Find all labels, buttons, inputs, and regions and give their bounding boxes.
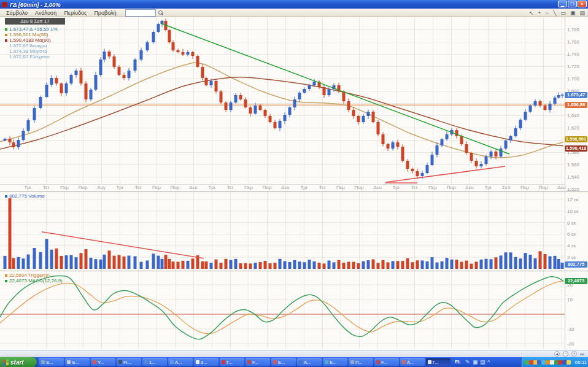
task-label: S... [72, 360, 79, 365]
menu-item-3[interactable]: Περίοδος [60, 10, 90, 16]
system-tray: 06:11 [521, 357, 588, 367]
menu-item-2[interactable]: Ανάλυση [31, 10, 60, 16]
price-legend-line: 1.674,38 Μέγιστο [9, 48, 47, 54]
date-axis-label: Δευ [185, 185, 201, 190]
taskbar-button-4[interactable]: Fi... [117, 358, 141, 366]
tray-icon-11[interactable] [567, 360, 571, 365]
taskbar-button-16-active[interactable]: Γ... [426, 358, 451, 366]
macd-axis-label: -20 [567, 341, 574, 347]
taskbar-button-13[interactable]: Π... [349, 358, 373, 366]
taskbar-button-12[interactable]: E... [323, 358, 347, 366]
volume-axis-label: 12 εκ [567, 197, 579, 203]
chart-canvas[interactable] [0, 0, 588, 367]
tray-icon-1[interactable] [525, 360, 529, 365]
prev-close-badge: 1.656,88 [565, 102, 587, 108]
tray-icon-6[interactable] [546, 360, 550, 365]
price-axis-label: 1.560 [567, 162, 579, 168]
date-axis-label: Πεμ [333, 185, 349, 190]
resize-grip-icon [580, 353, 584, 355]
legend-text: 1.590,4183 Mα(90) [9, 37, 51, 43]
document-icon[interactable]: ▤ [480, 359, 485, 365]
tray-icon-7[interactable] [550, 360, 554, 365]
task-label: Γ... [433, 360, 439, 365]
maximize-button[interactable]: ❐ [568, 1, 577, 7]
taskbar-button-7[interactable]: d... [194, 358, 219, 366]
last-price-badge: 1.673,47 [565, 92, 587, 98]
date-axis-label: Πεμ [149, 185, 164, 190]
symbol-search-input[interactable] [125, 9, 156, 17]
date-axis-label: Τετ [314, 185, 330, 190]
price-axis-label: 1.720 [567, 64, 579, 69]
ma50-badge: 1.596,501 [565, 136, 587, 142]
taskbar-button-11[interactable]: A... [297, 358, 322, 366]
date-axis-label: Πεμ [425, 185, 441, 190]
task-icon [222, 360, 225, 364]
scroll-left-button[interactable]: ◂ [554, 351, 560, 357]
taskbar-button-5[interactable]: 1... [142, 358, 167, 366]
task-label: Π... [355, 360, 363, 365]
taskbar-button-15[interactable]: A... [400, 358, 425, 366]
zoom-in-tool-icon[interactable]: + [538, 10, 541, 16]
volume-legend: 802.775 Volume [5, 193, 45, 199]
taskbar-button-9[interactable]: F... [246, 358, 270, 366]
save-icon[interactable]: ▤ [579, 10, 585, 16]
task-icon [170, 360, 174, 364]
task-label: E... [330, 360, 336, 365]
taskbar-button-10[interactable]: E... [271, 358, 296, 366]
monitor-icon[interactable]: ▣ [473, 359, 478, 365]
task-label: A... [175, 360, 182, 365]
volume-badge: 802.775 [565, 261, 587, 268]
legend-bullet-icon [5, 280, 7, 282]
chart-zoom-in-button[interactable]: + [571, 351, 577, 357]
ma90-badge: 1.590,418 [565, 145, 587, 152]
price-axis-label: 1.540 [567, 174, 579, 180]
legend-text: 802.775 Volume [9, 193, 45, 199]
taskbar-button-1[interactable]: S... [39, 358, 64, 366]
menu-items: ΣύμβολοΑνάλυσηΠερίοδοςΠροβολή [2, 10, 120, 16]
search-icon[interactable] [158, 10, 163, 15]
volume-axis-label: 10 εκ [567, 209, 579, 214]
legend-text: 22,4073 MACD(12,26,9) [9, 278, 63, 284]
macd-legend-line: 22,5604 Trigger(9) [5, 272, 50, 278]
taskbar-button-8[interactable]: Γ... [220, 358, 244, 366]
price-legend-line: 1.590,4183 Mα(90) [5, 37, 51, 43]
start-label: start [10, 359, 24, 366]
close-button[interactable]: ✕ [578, 1, 587, 7]
price-axis-label: 1.640 [567, 113, 579, 118]
toolbar: ↖+−╲▭▣▤ [529, 9, 585, 17]
pencil-icon[interactable]: ✎ [465, 359, 470, 365]
taskbar-clock[interactable]: 06:11 [575, 360, 587, 365]
pointer-tool-icon[interactable]: ↖ [529, 10, 534, 16]
chart-zoom-out-button[interactable]: − [563, 351, 568, 357]
task-icon [67, 360, 71, 364]
date-axis-label: Τετ [222, 185, 238, 190]
taskbar-button-6[interactable]: A... [168, 358, 193, 366]
taskbar-button-3[interactable]: Y... [91, 358, 115, 366]
tray-icon-2[interactable] [529, 360, 533, 365]
hidden-icons-chevron[interactable]: ^ [487, 359, 490, 365]
date-axis-label: Δευ [369, 185, 385, 190]
taskbar-button-2[interactable]: S... [65, 358, 90, 366]
task-icon [93, 360, 96, 364]
task-icon [144, 360, 148, 364]
windows-flag-icon [3, 359, 9, 365]
horizontal-scrollbar[interactable]: ◂−+ [0, 350, 588, 357]
minimize-button[interactable]: ▁ [558, 1, 567, 7]
menu-item-1[interactable]: Σύμβολο [2, 10, 31, 16]
date-axis-label: Τρι [112, 185, 128, 190]
date-axis-label: Πεμ [517, 185, 533, 190]
grid-tool-icon[interactable]: ▣ [570, 10, 576, 16]
taskbar-button-14[interactable]: F... [374, 358, 399, 366]
legend-text: 1.673,47 Δ +16,59 1% [9, 26, 58, 32]
line-tool-icon[interactable]: ╲ [553, 10, 556, 16]
legend-text: 22,5604 Trigger(9) [9, 272, 50, 278]
date-axis-label: Παρ [167, 185, 183, 190]
zoom-out-tool-icon[interactable]: − [546, 10, 549, 16]
menu-item-4[interactable]: Προβολή [90, 10, 120, 16]
language-indicator[interactable]: EL [455, 359, 461, 365]
rectangle-tool-icon[interactable]: ▭ [560, 10, 566, 16]
task-icon [299, 360, 303, 364]
start-button[interactable]: start [0, 357, 37, 367]
date-axis-label: Τετ [130, 185, 146, 190]
task-label: F... [252, 360, 258, 365]
